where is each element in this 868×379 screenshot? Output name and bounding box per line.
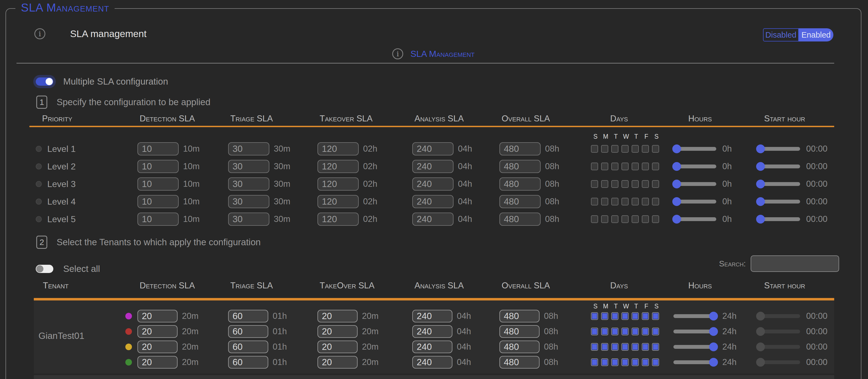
takeover-sla-input[interactable] bbox=[317, 325, 358, 338]
takeover-sla-input[interactable] bbox=[317, 356, 358, 369]
analysis-sla-input[interactable] bbox=[412, 142, 454, 156]
day-checkbox[interactable] bbox=[652, 328, 659, 335]
day-checkbox[interactable] bbox=[611, 343, 618, 351]
detection-sla-input[interactable] bbox=[137, 325, 178, 338]
day-checkbox[interactable] bbox=[621, 163, 629, 170]
day-checkbox[interactable] bbox=[631, 163, 639, 170]
takeover-sla-input[interactable] bbox=[317, 195, 359, 208]
day-checkbox[interactable] bbox=[611, 358, 618, 366]
day-checkbox[interactable] bbox=[591, 312, 598, 320]
multiple-sla-toggle[interactable] bbox=[36, 77, 53, 86]
day-checkbox[interactable] bbox=[642, 163, 649, 170]
day-checkbox[interactable] bbox=[601, 328, 608, 335]
day-checkbox[interactable] bbox=[652, 163, 659, 170]
priority-radio[interactable] bbox=[36, 216, 42, 222]
detection-sla-input[interactable] bbox=[137, 177, 179, 191]
day-checkbox[interactable] bbox=[621, 145, 629, 153]
search-input[interactable] bbox=[751, 255, 839, 272]
slider-thumb[interactable] bbox=[756, 197, 765, 206]
start-hour-slider[interactable] bbox=[757, 162, 800, 171]
analysis-sla-input[interactable] bbox=[412, 341, 453, 353]
slider-thumb[interactable] bbox=[709, 358, 718, 367]
day-checkbox[interactable] bbox=[591, 163, 598, 170]
day-checkbox[interactable] bbox=[642, 312, 649, 320]
day-checkbox[interactable] bbox=[642, 145, 649, 153]
day-checkbox[interactable] bbox=[591, 358, 598, 366]
overall-sla-input[interactable] bbox=[499, 160, 540, 173]
overall-sla-input[interactable] bbox=[499, 195, 540, 208]
slider-thumb[interactable] bbox=[672, 180, 681, 188]
start-hour-slider[interactable] bbox=[757, 197, 800, 206]
day-checkbox[interactable] bbox=[621, 328, 629, 335]
slider-thumb[interactable] bbox=[756, 144, 765, 153]
day-checkbox[interactable] bbox=[591, 343, 598, 351]
day-checkbox[interactable] bbox=[631, 312, 639, 320]
day-checkbox[interactable] bbox=[652, 180, 659, 188]
info-icon[interactable]: i bbox=[34, 28, 45, 39]
hours-slider[interactable] bbox=[673, 312, 716, 320]
triage-sla-input[interactable] bbox=[228, 213, 269, 226]
day-checkbox[interactable] bbox=[621, 312, 629, 320]
analysis-sla-input[interactable] bbox=[412, 177, 454, 191]
day-checkbox[interactable] bbox=[621, 358, 629, 366]
day-checkbox[interactable] bbox=[601, 312, 608, 320]
hours-slider[interactable] bbox=[673, 180, 716, 188]
overall-sla-input[interactable] bbox=[499, 341, 539, 353]
detection-sla-input[interactable] bbox=[137, 142, 179, 156]
day-checkbox[interactable] bbox=[631, 358, 639, 366]
disabled-button[interactable]: Disabled bbox=[763, 28, 799, 41]
day-checkbox[interactable] bbox=[601, 180, 608, 188]
analysis-sla-input[interactable] bbox=[412, 310, 453, 322]
start-hour-slider[interactable] bbox=[757, 144, 800, 153]
hours-slider[interactable] bbox=[673, 197, 716, 206]
day-checkbox[interactable] bbox=[601, 145, 608, 153]
slider-thumb[interactable] bbox=[756, 180, 765, 188]
overall-sla-input[interactable] bbox=[499, 325, 539, 338]
day-checkbox[interactable] bbox=[631, 215, 639, 223]
slider-thumb[interactable] bbox=[709, 342, 718, 351]
day-checkbox[interactable] bbox=[591, 328, 598, 335]
day-checkbox[interactable] bbox=[611, 312, 618, 320]
detection-sla-input[interactable] bbox=[137, 310, 178, 322]
triage-sla-input[interactable] bbox=[228, 177, 269, 191]
slider-thumb[interactable] bbox=[672, 197, 681, 206]
day-checkbox[interactable] bbox=[642, 215, 649, 223]
day-checkbox[interactable] bbox=[631, 145, 639, 153]
slider-thumb[interactable] bbox=[709, 327, 718, 336]
hours-slider[interactable] bbox=[673, 342, 716, 351]
day-checkbox[interactable] bbox=[611, 145, 618, 153]
priority-radio[interactable] bbox=[36, 199, 42, 205]
triage-sla-input[interactable] bbox=[228, 142, 269, 156]
overall-sla-input[interactable] bbox=[499, 142, 540, 156]
start-hour-slider[interactable] bbox=[757, 215, 800, 223]
day-checkbox[interactable] bbox=[652, 198, 659, 205]
overall-sla-input[interactable] bbox=[499, 356, 539, 369]
day-checkbox[interactable] bbox=[642, 328, 649, 335]
triage-sla-input[interactable] bbox=[228, 160, 269, 173]
triage-sla-input[interactable] bbox=[228, 195, 269, 208]
enabled-button[interactable]: Enabled bbox=[799, 28, 833, 41]
detection-sla-input[interactable] bbox=[137, 195, 179, 208]
day-checkbox[interactable] bbox=[642, 343, 649, 351]
triage-sla-input[interactable] bbox=[228, 310, 268, 322]
takeover-sla-input[interactable] bbox=[317, 310, 358, 322]
slider-thumb[interactable] bbox=[756, 342, 765, 351]
triage-sla-input[interactable] bbox=[228, 325, 268, 338]
detection-sla-input[interactable] bbox=[137, 213, 179, 226]
priority-radio[interactable] bbox=[36, 163, 42, 169]
day-checkbox[interactable] bbox=[631, 180, 639, 188]
day-checkbox[interactable] bbox=[652, 312, 659, 320]
day-checkbox[interactable] bbox=[591, 180, 598, 188]
day-checkbox[interactable] bbox=[591, 215, 598, 223]
overall-sla-input[interactable] bbox=[499, 310, 539, 322]
triage-sla-input[interactable] bbox=[228, 356, 268, 369]
day-checkbox[interactable] bbox=[601, 198, 608, 205]
day-checkbox[interactable] bbox=[631, 198, 639, 205]
slider-thumb[interactable] bbox=[756, 215, 765, 223]
detection-sla-input[interactable] bbox=[137, 160, 179, 173]
day-checkbox[interactable] bbox=[601, 215, 608, 223]
analysis-sla-input[interactable] bbox=[412, 213, 454, 226]
day-checkbox[interactable] bbox=[611, 198, 618, 205]
day-checkbox[interactable] bbox=[631, 343, 639, 351]
day-checkbox[interactable] bbox=[611, 163, 618, 170]
